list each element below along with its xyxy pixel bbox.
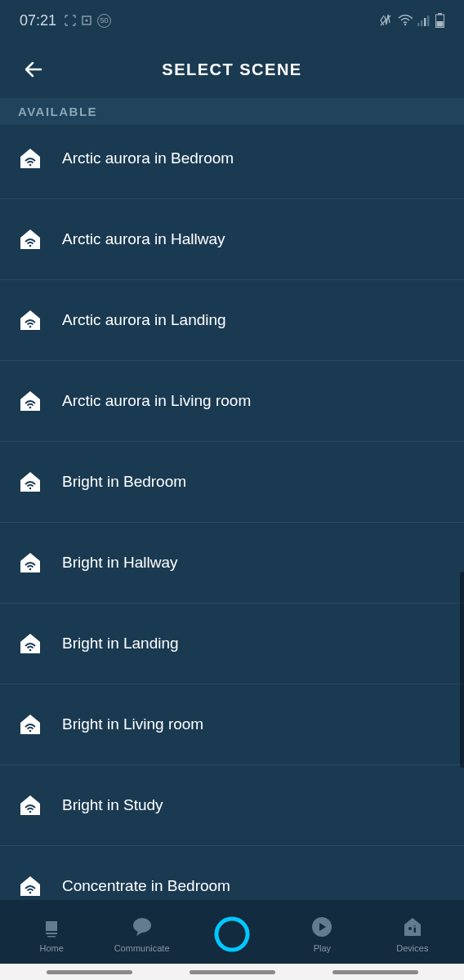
bottom-navigation: Home Communicate Play Devices (0, 900, 464, 964)
svg-point-18 (29, 649, 32, 652)
fullscreen-icon (65, 15, 76, 26)
scene-item[interactable]: Arctic aurora in Bedroom (0, 125, 464, 199)
svg-rect-22 (46, 921, 57, 931)
svg-rect-8 (427, 16, 430, 26)
nav-home[interactable]: Home (7, 915, 96, 953)
svg-rect-5 (417, 23, 420, 26)
svg-text:+: + (411, 16, 413, 20)
smart-home-icon (18, 227, 42, 252)
scene-item[interactable]: Bright in Landing (0, 604, 464, 684)
svg-point-12 (29, 164, 32, 167)
nav-alexa[interactable] (187, 916, 277, 952)
svg-point-26 (216, 919, 248, 950)
svg-point-20 (29, 811, 32, 813)
app-header: SELECT SCENE (0, 41, 464, 98)
badge-icon: 50 (97, 14, 111, 28)
signal-icon (417, 15, 431, 26)
scene-label: Concentrate in Bedroom (62, 877, 230, 895)
svg-rect-24 (47, 936, 56, 938)
smart-home-icon (18, 146, 42, 171)
scene-label: Bright in Bedroom (62, 473, 186, 491)
back-button[interactable] (23, 58, 46, 81)
scene-label: Bright in Study (62, 796, 163, 814)
nav-communicate[interactable]: Communicate (96, 915, 186, 953)
nav-label: Communicate (114, 943, 170, 953)
home-icon (39, 915, 64, 938)
svg-point-25 (133, 918, 151, 933)
smart-home-icon (18, 631, 42, 656)
svg-rect-6 (421, 20, 423, 26)
scene-label: Bright in Living room (62, 715, 203, 733)
scene-item[interactable]: Bright in Bedroom (0, 442, 464, 523)
battery-icon (435, 13, 444, 28)
nav-label: Play (314, 943, 331, 953)
scene-label: Arctic aurora in Bedroom (62, 149, 234, 167)
svg-point-14 (29, 326, 32, 328)
svg-point-21 (29, 892, 32, 894)
nav-label: Devices (396, 943, 428, 953)
nav-play[interactable]: Play (277, 915, 367, 953)
status-time: 07:21 (20, 12, 56, 29)
smart-home-icon (18, 793, 42, 817)
alexa-icon (214, 916, 250, 952)
svg-point-1 (86, 20, 88, 22)
scene-label: Bright in Hallway (62, 554, 178, 572)
svg-rect-7 (424, 18, 426, 26)
gesture-pill[interactable] (47, 970, 132, 974)
scene-label: Bright in Landing (62, 635, 179, 653)
gesture-pill[interactable] (332, 970, 418, 974)
scene-label: Arctic aurora in Hallway (62, 230, 225, 248)
gesture-pill[interactable] (190, 970, 275, 974)
svg-point-17 (29, 568, 32, 571)
smart-home-icon (18, 712, 42, 737)
svg-point-13 (29, 245, 32, 247)
smart-home-icon (18, 470, 42, 494)
svg-rect-23 (46, 933, 57, 934)
svg-point-19 (29, 730, 32, 733)
svg-rect-11 (437, 21, 444, 27)
smart-home-icon (18, 308, 42, 332)
scene-label: Arctic aurora in Living room (62, 392, 251, 410)
nav-label: Home (40, 943, 64, 953)
section-header-available: AVAILABLE (0, 98, 464, 125)
play-icon (310, 915, 334, 938)
system-gesture-bar (0, 964, 464, 980)
nav-devices[interactable]: Devices (368, 915, 457, 953)
svg-point-28 (408, 927, 412, 930)
scene-item[interactable]: Arctic aurora in Hallway (0, 199, 464, 280)
svg-point-3 (404, 24, 406, 25)
scene-item[interactable]: Bright in Living room (0, 684, 464, 765)
arrow-left-icon (23, 58, 46, 81)
crop-icon (81, 15, 92, 26)
svg-point-16 (29, 488, 32, 490)
scene-label: Arctic aurora in Landing (62, 311, 226, 329)
status-bar: 07:21 50 + (0, 0, 464, 41)
smart-home-icon (18, 389, 42, 413)
smart-home-icon (18, 550, 42, 575)
svg-point-30 (413, 926, 415, 928)
scene-item[interactable]: Arctic aurora in Living room (0, 361, 464, 442)
scene-item[interactable]: Bright in Hallway (0, 523, 464, 604)
chat-icon (130, 915, 154, 938)
wifi-icon: + (398, 15, 413, 26)
scene-item[interactable]: Bright in Study (0, 765, 464, 846)
scene-item[interactable]: Arctic aurora in Landing (0, 280, 464, 361)
vibrate-icon (378, 14, 393, 27)
scroll-indicator[interactable] (460, 572, 464, 768)
smart-home-icon (18, 874, 42, 898)
devices-icon (400, 915, 425, 938)
svg-point-15 (29, 407, 32, 409)
scene-list: Arctic aurora in Bedroom Arctic aurora i… (0, 125, 464, 926)
page-title: SELECT SCENE (16, 60, 448, 79)
